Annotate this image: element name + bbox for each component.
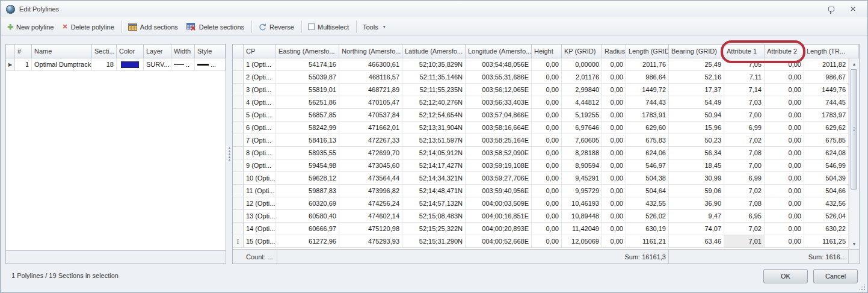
cell[interactable]: 1161,25 — [804, 235, 849, 248]
cell[interactable]: 55039,87 — [276, 71, 339, 84]
cell[interactable]: 7,02 — [724, 185, 765, 197]
cell[interactable]: 7,00 — [724, 159, 765, 172]
cell[interactable]: 13 (Opti... — [244, 210, 276, 223]
column-header[interactable]: Length (TR... — [804, 45, 859, 58]
cell[interactable]: 0,00 — [532, 134, 562, 147]
column-header[interactable]: # — [15, 45, 32, 58]
cell[interactable]: 52,16 — [669, 71, 724, 84]
row-selector[interactable] — [233, 147, 244, 159]
cell[interactable]: 004;00;16,851E — [466, 210, 532, 223]
cell[interactable]: 52;14;05,912N — [402, 147, 466, 159]
cell[interactable]: 475120,98 — [339, 223, 402, 235]
cell[interactable]: 0,00 — [765, 147, 804, 159]
cell[interactable]: 472699,70 — [339, 147, 402, 159]
cell[interactable]: 624,06 — [626, 147, 669, 159]
cell[interactable]: 624,08 — [804, 147, 849, 159]
cell[interactable]: 6,97646 — [562, 122, 602, 134]
row-selector[interactable] — [233, 210, 244, 223]
table-row[interactable]: ▶ 1 Optimal Dumptrack 18 SURV... .. ... — [6, 58, 226, 71]
cell[interactable]: 15 (Opti... — [244, 235, 276, 248]
cell[interactable]: 9,45291 — [562, 172, 602, 185]
row-selector[interactable] — [233, 197, 244, 210]
cell[interactable]: 0,00 — [602, 210, 626, 223]
column-header[interactable]: Bearing (GRID) — [669, 45, 724, 58]
cell[interactable]: 60320,69 — [276, 197, 339, 210]
column-header[interactable]: Attribute 2 — [765, 45, 804, 58]
cell[interactable]: 473564,44 — [339, 172, 402, 185]
cell[interactable]: 6,99 — [724, 122, 765, 134]
cell[interactable]: 58242,99 — [276, 122, 339, 134]
cell[interactable]: 11,42049 — [562, 223, 602, 235]
resize-grip[interactable] — [858, 283, 865, 290]
cell[interactable]: 56857,85 — [276, 109, 339, 122]
cell[interactable]: 675,83 — [626, 134, 669, 147]
cell[interactable]: 0,00 — [602, 147, 626, 159]
row-selector[interactable] — [233, 84, 244, 96]
cell[interactable]: 52;14;57,132N — [402, 197, 466, 210]
cell[interactable]: 003;58;16,664E — [466, 122, 532, 134]
column-header[interactable]: Northing (Amersfo... — [339, 45, 402, 58]
cell[interactable]: 8,90594 — [562, 159, 602, 172]
cell[interactable]: 471662,01 — [339, 122, 402, 134]
cell[interactable]: 55819,01 — [276, 84, 339, 96]
cell[interactable]: 0,00 — [532, 172, 562, 185]
cell[interactable]: 0,00 — [765, 84, 804, 96]
cell-style[interactable]: ... — [195, 58, 226, 71]
cell[interactable]: 0,00 — [602, 96, 626, 109]
cell[interactable]: 7,14 — [724, 84, 765, 96]
cell[interactable]: 61272,96 — [276, 235, 339, 248]
row-selector[interactable] — [233, 122, 244, 134]
polylines-grid-body[interactable]: ▶ 1 Optimal Dumptrack 18 SURV... .. ... — [6, 58, 226, 250]
row-selector[interactable] — [233, 58, 244, 71]
cell[interactable]: 0,00 — [602, 185, 626, 197]
cell[interactable]: 10,89448 — [562, 210, 602, 223]
cell[interactable]: 504,66 — [804, 185, 849, 197]
vertical-scrollbar[interactable]: ▲ ▼ — [849, 58, 859, 249]
cell[interactable]: 003;59;27,706E — [466, 172, 532, 185]
cancel-button[interactable]: Cancel — [813, 269, 858, 283]
cell[interactable]: 473045,60 — [339, 159, 402, 172]
cell[interactable]: 468721,89 — [339, 84, 402, 96]
cell[interactable]: 7,08 — [724, 197, 765, 210]
cell[interactable]: 474256,24 — [339, 197, 402, 210]
cell[interactable]: 475293,93 — [339, 235, 402, 248]
cell[interactable]: 7 (Opti... — [244, 134, 276, 147]
cell[interactable]: 003;56;33,403E — [466, 96, 532, 109]
cell-sections[interactable]: 18 — [92, 58, 117, 71]
row-selector[interactable] — [233, 172, 244, 185]
cell[interactable]: 52;14;34,321N — [402, 172, 466, 185]
multiselect-button[interactable]: Multiselect — [304, 22, 354, 32]
cell[interactable]: 0,00 — [532, 159, 562, 172]
cell[interactable]: 474602,14 — [339, 210, 402, 223]
cell[interactable]: 7,11 — [724, 71, 765, 84]
cell[interactable]: 473996,82 — [339, 185, 402, 197]
row-selector[interactable] — [233, 109, 244, 122]
cell[interactable]: 0,00 — [532, 223, 562, 235]
column-header[interactable]: Radius — [602, 45, 626, 58]
cell[interactable]: 0,00 — [532, 147, 562, 159]
cell[interactable]: 0,00 — [765, 122, 804, 134]
cell[interactable]: 63,46 — [669, 235, 724, 248]
cell-width[interactable]: .. — [171, 58, 195, 71]
cell[interactable]: 54174,16 — [276, 58, 339, 71]
ok-button[interactable]: OK — [763, 269, 808, 283]
cell[interactable]: 52;13;51,597N — [402, 134, 466, 147]
column-header[interactable]: Latitude (Amersfo... — [402, 45, 466, 58]
cell[interactable]: 0,00 — [532, 197, 562, 210]
row-selector[interactable] — [233, 185, 244, 197]
cell[interactable]: 0,00 — [602, 122, 626, 134]
cell[interactable]: 003;59;19,108E — [466, 159, 532, 172]
cell[interactable]: 7,08 — [724, 147, 765, 159]
cell[interactable]: 60666,97 — [276, 223, 339, 235]
delete-polyline-button[interactable]: ✕ Delete polyline — [58, 22, 119, 32]
cell[interactable]: 56251,86 — [276, 96, 339, 109]
cell[interactable]: 2011,76 — [626, 58, 669, 71]
cell[interactable]: 56,34 — [669, 147, 724, 159]
cell[interactable]: 52;15;08,483N — [402, 210, 466, 223]
cell[interactable]: 9,47 — [669, 210, 724, 223]
cell[interactable]: 0,00 — [602, 197, 626, 210]
cell[interactable]: 0,00 — [532, 235, 562, 248]
row-selector[interactable] — [233, 96, 244, 109]
scroll-up-icon[interactable]: ▲ — [849, 59, 859, 69]
cell[interactable]: 0,00 — [602, 84, 626, 96]
